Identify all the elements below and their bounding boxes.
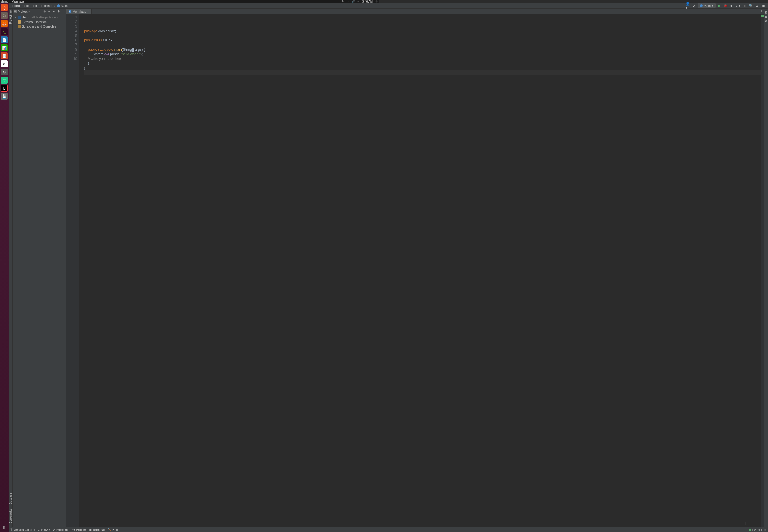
launcher-dash-icon[interactable]: ◌ bbox=[1, 4, 8, 11]
library-icon bbox=[18, 20, 21, 24]
launcher-calc-icon[interactable]: 📊 bbox=[1, 44, 8, 51]
launcher-terminal-icon[interactable]: >_ bbox=[1, 28, 8, 35]
code-editor[interactable]: 123▶45▶678910 package com.obiscr;public … bbox=[66, 14, 379, 262]
messages-icon[interactable]: ✉ bbox=[357, 0, 360, 3]
launcher-drive-icon[interactable]: 💾 bbox=[1, 93, 8, 100]
volume-icon[interactable]: 🔊 bbox=[352, 0, 355, 3]
os-menu-bar: demo – Main.java ⇅ ᛒ 🔊 ✉ 3:46 AM ⚙ bbox=[0, 0, 379, 3]
launcher-firefox-icon[interactable]: 🦊 bbox=[1, 20, 8, 27]
project-panel-header: ▤ Project ▾ ⊕ ≡ ÷ ⚙ — bbox=[13, 9, 66, 14]
project-stripe-icon[interactable]: ▦ bbox=[9, 9, 12, 12]
bluetooth-icon[interactable]: ᛒ bbox=[347, 0, 349, 3]
crumb-class[interactable]: C Main bbox=[56, 4, 69, 7]
select-open-file-icon[interactable]: ⊕ bbox=[43, 10, 46, 13]
launcher-impress-icon[interactable]: 📑 bbox=[1, 52, 8, 59]
project-view-icon: ▤ bbox=[14, 10, 17, 13]
launcher-files-icon[interactable]: 🗂 bbox=[1, 12, 8, 19]
hide-panel-icon[interactable]: — bbox=[61, 10, 65, 13]
fold-gutter[interactable] bbox=[79, 14, 83, 262]
launcher-amazon-icon[interactable]: a bbox=[1, 60, 8, 67]
crumb-sep: › bbox=[22, 4, 23, 8]
crumb-obiscr[interactable]: obiscr bbox=[43, 4, 54, 7]
launcher-intellij-icon[interactable]: IJ bbox=[1, 85, 8, 92]
code-content[interactable]: package com.obiscr;public class Main { p… bbox=[83, 14, 379, 262]
project-stripe-button[interactable]: Project bbox=[9, 14, 12, 25]
power-icon[interactable]: ⚙ bbox=[375, 0, 378, 3]
crumb-project[interactable]: demo bbox=[10, 4, 21, 7]
left-tool-stripe: ▦ Project Structure Bookmarks bbox=[9, 9, 13, 262]
right-margin-ruler bbox=[289, 14, 289, 262]
tree-scratches[interactable]: Scratches and Consoles bbox=[13, 24, 66, 29]
launcher-writer-icon[interactable]: 📄 bbox=[1, 36, 8, 43]
project-panel-title[interactable]: ▤ Project ▾ bbox=[14, 10, 30, 13]
editor-tab-main[interactable]: C Main.java × bbox=[66, 9, 92, 14]
editor-area: C Main.java × ⋮ 123▶45▶678910 package co… bbox=[66, 9, 379, 262]
launcher-settings-icon[interactable]: ⚙ bbox=[1, 69, 8, 75]
network-icon[interactable]: ⇅ bbox=[341, 0, 344, 3]
project-tool-window: ▤ Project ▾ ⊕ ≡ ÷ ⚙ — ▸ demo ~/IdeaProje… bbox=[13, 9, 66, 262]
class-icon: C bbox=[57, 4, 60, 7]
project-tree[interactable]: ▸ demo ~/IdeaProjects/demo ▸ External Li… bbox=[13, 14, 66, 29]
project-icon bbox=[18, 16, 21, 19]
close-tab-icon[interactable]: × bbox=[87, 10, 89, 13]
expand-icon[interactable]: ▸ bbox=[14, 16, 17, 19]
navigation-bar: demo › src › com › obiscr › C Main 👤▾ ↙ … bbox=[9, 3, 379, 9]
ide-window: demo › src › com › obiscr › C Main 👤▾ ↙ … bbox=[9, 3, 379, 262]
editor-tabs: C Main.java × ⋮ bbox=[66, 9, 379, 14]
tree-external-libraries[interactable]: ▸ External Libraries bbox=[13, 20, 66, 24]
window-title: demo – Main.java bbox=[1, 0, 341, 3]
collapse-all-icon[interactable]: ÷ bbox=[52, 10, 56, 13]
expand-all-icon[interactable]: ≡ bbox=[48, 10, 51, 13]
chevron-down-icon: ▾ bbox=[28, 10, 30, 13]
launcher-updater-icon[interactable]: ⟳ bbox=[1, 77, 8, 84]
ubuntu-launcher: ◌ 🗂 🦊 >_ 📄 📊 📑 A a ⚙ ⟳ IJ 💾 🗑 bbox=[0, 3, 9, 262]
crumb-src[interactable]: src bbox=[23, 4, 30, 7]
clock[interactable]: 3:46 AM bbox=[362, 0, 373, 3]
scratches-icon bbox=[18, 25, 21, 28]
line-number-gutter[interactable]: 123▶45▶678910 bbox=[66, 14, 79, 262]
class-icon: C bbox=[69, 10, 71, 13]
tree-project-root[interactable]: ▸ demo ~/IdeaProjects/demo bbox=[13, 15, 66, 20]
panel-settings-icon[interactable]: ⚙ bbox=[57, 10, 60, 13]
expand-icon[interactable]: ▸ bbox=[14, 20, 17, 23]
crumb-com[interactable]: com bbox=[32, 4, 41, 7]
